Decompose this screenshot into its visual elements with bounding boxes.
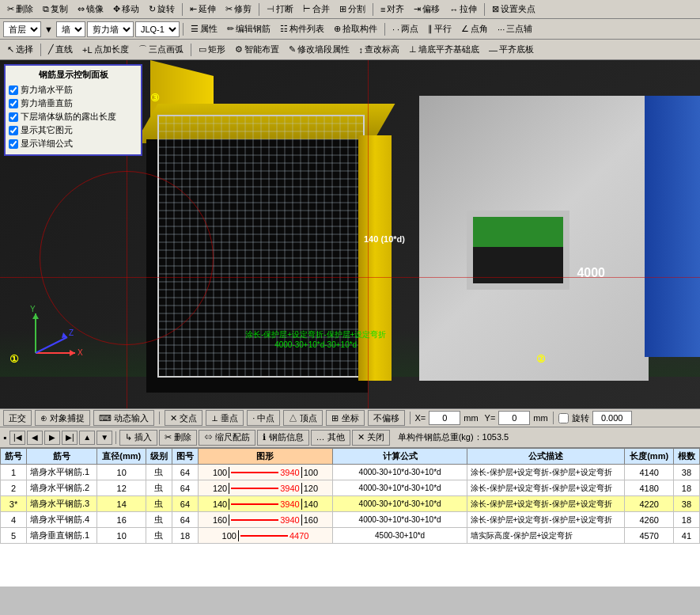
floor-level-btn[interactable]: — 平齐底板 (485, 42, 538, 57)
pick-component-btn[interactable]: ⊕ 拾取构件 (330, 21, 381, 36)
table-row[interactable]: 3* 墙身水平钢筋.3 14 虫 64 140 3940 140 4000-30… (1, 496, 700, 512)
cell-shape-no: 18 (172, 528, 198, 544)
col-desc: 公式描述 (467, 449, 625, 465)
coord-btn[interactable]: ⊞ 坐标 (326, 410, 364, 426)
del-btn[interactable]: ✂ 删除 (159, 430, 197, 446)
panel-check-4[interactable] (9, 126, 18, 135)
control-panel-title: 钢筋显示控制面板 (9, 69, 138, 81)
extend-btn[interactable]: ⇤ 延伸 (186, 2, 220, 17)
cell-shape: 100 3940 100 (198, 465, 332, 480)
cell-formula: 4000-30+10*d-30+10*d (333, 496, 467, 512)
floor-select[interactable]: 首层 (3, 21, 41, 37)
delete-btn[interactable]: ✂ 删除 (3, 2, 37, 17)
dynin-btn[interactable]: ⌨ 动态输入 (93, 410, 154, 426)
align-btn[interactable]: ≡ 对齐 (376, 2, 408, 17)
nav-last[interactable]: ▶| (62, 431, 78, 445)
nav-first[interactable]: |◀ (9, 431, 25, 445)
panel-item-4[interactable]: 显示其它图元 (9, 124, 138, 136)
cell-shape-no: 64 (172, 512, 198, 528)
trim-btn[interactable]: ✂ 修剪 (221, 2, 255, 17)
cell-grade: 虫 (146, 512, 172, 528)
panel-check-1[interactable] (9, 85, 18, 95)
two-point-btn[interactable]: · · 两点 (388, 21, 422, 36)
rotate-check[interactable] (558, 413, 569, 423)
x-input[interactable] (429, 411, 460, 425)
close-nav-btn[interactable]: ✕ 关闭 (352, 430, 390, 446)
panel-check-2[interactable] (9, 99, 18, 108)
cell-length: 4220 (625, 496, 674, 512)
arc-btn[interactable]: ⌒ 三点画弧 (134, 42, 187, 57)
other-btn[interactable]: … 其他 (311, 430, 350, 446)
panel-check-5[interactable] (9, 139, 18, 149)
cell-shape-no: 64 (172, 465, 198, 480)
total-weight: 单构件钢筋总重(kg)：1053.5 (398, 431, 509, 443)
nav-down[interactable]: ▼ (96, 431, 112, 445)
wall-type-select[interactable]: 墙 (56, 21, 85, 37)
y-input[interactable] (498, 411, 530, 425)
panel-item-1[interactable]: 剪力墙水平筋 (9, 84, 138, 96)
noshift-btn[interactable]: 不偏移 (368, 410, 405, 426)
copy-btn[interactable]: ⧉ 复制 (39, 2, 72, 17)
component-list-btn[interactable]: ☷ 构件列表 (276, 21, 328, 36)
rotate-input[interactable] (592, 411, 632, 425)
split-btn[interactable]: ⊞ 分割 (335, 2, 369, 17)
cell-formula: 4000-30+10*d-30+10*d (333, 465, 467, 480)
dimension-140: 140 (10*d) (364, 234, 405, 244)
smart-layout-btn[interactable]: ⚙ 智能布置 (231, 42, 283, 57)
join-btn[interactable]: ⊢ 合并 (299, 2, 334, 17)
stretch-btn[interactable]: ↔ 拉伸 (445, 2, 481, 17)
viewport-3d[interactable]: X Y Z 140 (10*d) 4000 涂长-保护层+设定弯折-保护层+设定… (0, 60, 700, 408)
add-length-btn[interactable]: +L 点加长度 (78, 42, 133, 57)
rect-btn[interactable]: ▭ 矩形 (195, 42, 229, 57)
panel-item-5[interactable]: 显示详细公式 (9, 138, 138, 150)
cell-name: 墙身水平钢筋.4 (26, 512, 97, 528)
cell-formula: 4000-30+10*d-30+10*d (333, 512, 467, 528)
point-angle-btn[interactable]: ∠ 点角 (457, 21, 492, 36)
parallel-btn[interactable]: ∥ 平行 (424, 21, 456, 36)
property-btn[interactable]: ☰ 属性 (187, 21, 221, 36)
panel-item-2[interactable]: 剪力墙垂直筋 (9, 97, 138, 109)
rotate-btn[interactable]: ↻ 旋转 (145, 2, 179, 17)
modify-wall-btn[interactable]: ✎ 修改墙段属性 (285, 42, 354, 57)
x-label: X= (415, 413, 426, 423)
cell-id: 1 (1, 465, 27, 480)
rotate-label: 旋转 (572, 412, 589, 424)
nav-up[interactable]: ▲ (79, 431, 95, 445)
select-btn[interactable]: ↖ 选择 (3, 42, 37, 57)
osnap-btn[interactable]: ⊕ 对象捕捉 (35, 410, 90, 426)
nav-prev[interactable]: ◀ (27, 431, 43, 445)
line-btn[interactable]: ╱ 直线 (44, 42, 77, 57)
perp-btn[interactable]: ⊥ 垂点 (206, 410, 244, 426)
panel-item-3[interactable]: 下层墙体纵筋的露出长度 (9, 111, 138, 123)
break-btn[interactable]: ⊣ 打断 (263, 2, 297, 17)
table-row[interactable]: 1 墙身水平钢筋.1 10 虫 64 100 3940 100 4000-30+… (1, 465, 700, 480)
wall-kind-select[interactable]: 剪力墙 (87, 21, 134, 37)
panel-check-3[interactable] (9, 112, 18, 122)
wall-bottom-btn[interactable]: ⊥ 墙底平齐基础底 (405, 42, 483, 57)
insert-btn[interactable]: ↳ 插入 (119, 430, 157, 446)
cell-desc: 涂长-保护层+设定弯折-保护层+设定弯折 (467, 496, 625, 512)
check-elevation-btn[interactable]: ↕ 查改标高 (355, 42, 404, 57)
offset-btn[interactable]: ⇥ 偏移 (410, 2, 444, 17)
nav-next[interactable]: ▶ (44, 431, 60, 445)
edit-rebar-btn[interactable]: ✏ 编辑钢筋 (223, 21, 274, 36)
rebar-info-btn[interactable]: ℹ 钢筋信息 (257, 430, 308, 446)
sep-s3 (553, 412, 554, 424)
table-row[interactable]: 4 墙身水平钢筋.4 16 虫 64 160 3940 160 4000-30+… (1, 512, 700, 528)
three-point-btn[interactable]: ··· 三点辅 (494, 21, 536, 36)
scale-btn[interactable]: ⇔ 缩尺配筋 (199, 430, 255, 446)
grip-btn[interactable]: ⊠ 设置夹点 (488, 2, 539, 17)
intersect-btn[interactable]: ✕ 交点 (165, 410, 202, 426)
move-btn[interactable]: ✥ 移动 (109, 2, 143, 17)
small-square: ▪ (3, 432, 6, 443)
vertex-btn[interactable]: △ 顶点 (283, 410, 323, 426)
ortho-btn[interactable]: 正交 (3, 410, 32, 426)
mid-btn[interactable]: · 中点 (247, 410, 280, 426)
wall-id-select[interactable]: JLQ-1 (135, 21, 180, 37)
table-row[interactable]: 5 墙身垂直钢筋.1 10 虫 18 100 4470 4500-30+10*d… (1, 528, 700, 544)
rebar-nav: ▪ |◀ ◀ ▶ ▶| ▲ ▼ ↳ 插入 ✂ 删除 ⇔ 缩尺配筋 ℹ 钢筋信息 … (0, 427, 700, 448)
table-row[interactable]: 2 墙身水平钢筋.2 12 虫 64 120 3940 120 4000-30+… (1, 480, 700, 496)
mirror-btn[interactable]: ⇔ 镜像 (74, 2, 108, 17)
x-unit: mm (464, 413, 478, 423)
rebar-table-container: 筋号 筋号 直径(mm) 级别 图号 图形 计算公式 公式描述 长度(mm) 根… (0, 448, 700, 587)
